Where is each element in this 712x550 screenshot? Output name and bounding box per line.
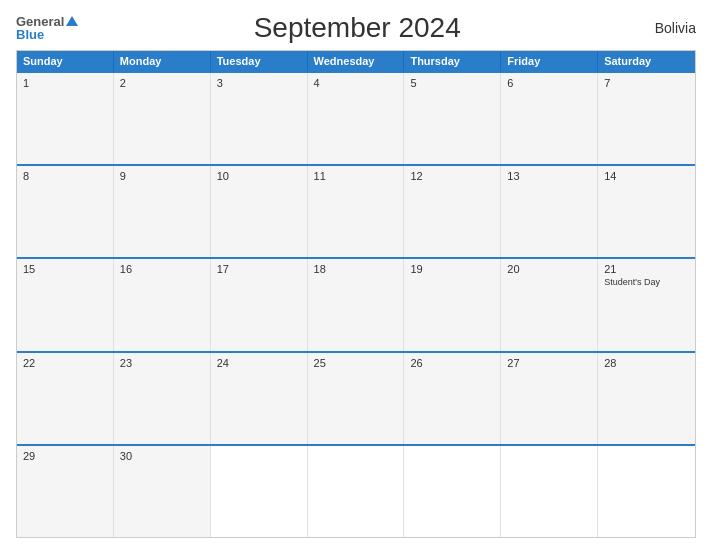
header-wednesday: Wednesday: [308, 51, 405, 71]
week-row-4: 22 23 24 25 26 27 28: [17, 351, 695, 444]
day-cell-23: 23: [114, 353, 211, 444]
day-cell-9: 9: [114, 166, 211, 257]
header-friday: Friday: [501, 51, 598, 71]
day-cell-5: 5: [404, 73, 501, 164]
header-sunday: Sunday: [17, 51, 114, 71]
calendar-title: September 2024: [78, 12, 636, 44]
day-cell-18: 18: [308, 259, 405, 350]
day-cell-7: 7: [598, 73, 695, 164]
day-cell-29: 29: [17, 446, 114, 537]
weeks-container: 1 2 3 4 5 6 7 8 9 10 11 12 13 14 15 16: [17, 71, 695, 537]
day-cell-2: 2: [114, 73, 211, 164]
logo-blue-text: Blue: [16, 28, 44, 41]
country-label: Bolivia: [636, 20, 696, 36]
day-cell-empty-3: [404, 446, 501, 537]
day-cell-24: 24: [211, 353, 308, 444]
calendar-grid: Sunday Monday Tuesday Wednesday Thursday…: [16, 50, 696, 538]
week-row-2: 8 9 10 11 12 13 14: [17, 164, 695, 257]
day-cell-empty-5: [598, 446, 695, 537]
day-cell-empty-4: [501, 446, 598, 537]
day-cell-3: 3: [211, 73, 308, 164]
day-cell-14: 14: [598, 166, 695, 257]
calendar-page: General Blue September 2024 Bolivia Sund…: [0, 0, 712, 550]
day-cell-27: 27: [501, 353, 598, 444]
day-cell-26: 26: [404, 353, 501, 444]
day-cell-21: 21 Student's Day: [598, 259, 695, 350]
logo: General Blue: [16, 15, 78, 41]
day-cell-25: 25: [308, 353, 405, 444]
day-cell-12: 12: [404, 166, 501, 257]
day-headers-row: Sunday Monday Tuesday Wednesday Thursday…: [17, 51, 695, 71]
day-cell-19: 19: [404, 259, 501, 350]
day-cell-16: 16: [114, 259, 211, 350]
day-cell-empty-1: [211, 446, 308, 537]
day-cell-empty-2: [308, 446, 405, 537]
day-cell-30: 30: [114, 446, 211, 537]
logo-triangle-icon: [66, 16, 78, 26]
day-cell-8: 8: [17, 166, 114, 257]
header-tuesday: Tuesday: [211, 51, 308, 71]
day-cell-1: 1: [17, 73, 114, 164]
header-thursday: Thursday: [404, 51, 501, 71]
day-cell-28: 28: [598, 353, 695, 444]
week-row-1: 1 2 3 4 5 6 7: [17, 71, 695, 164]
day-cell-10: 10: [211, 166, 308, 257]
week-row-3: 15 16 17 18 19 20 21 Student's Day: [17, 257, 695, 350]
day-cell-15: 15: [17, 259, 114, 350]
header-monday: Monday: [114, 51, 211, 71]
day-cell-6: 6: [501, 73, 598, 164]
day-cell-11: 11: [308, 166, 405, 257]
holiday-students-day: Student's Day: [604, 277, 689, 288]
day-cell-22: 22: [17, 353, 114, 444]
header-saturday: Saturday: [598, 51, 695, 71]
day-cell-13: 13: [501, 166, 598, 257]
week-row-5: 29 30: [17, 444, 695, 537]
day-cell-4: 4: [308, 73, 405, 164]
day-cell-20: 20: [501, 259, 598, 350]
day-cell-17: 17: [211, 259, 308, 350]
header: General Blue September 2024 Bolivia: [16, 12, 696, 44]
